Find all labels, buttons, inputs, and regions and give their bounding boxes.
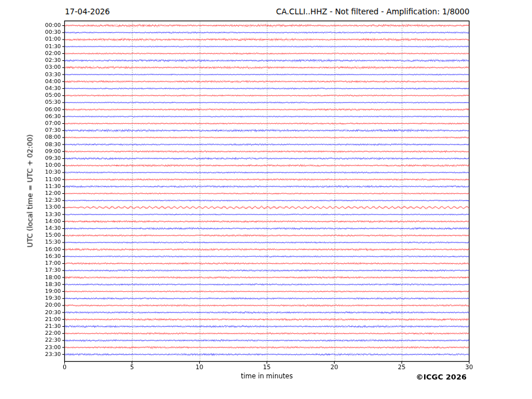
helicorder-plot-canvas (0, 0, 532, 399)
seismogram-figure: 17-04-2026 CA.CLLI..HHZ - Not filtered -… (0, 0, 532, 399)
x-axis-label: time in minutes (241, 372, 293, 380)
copyright-text: ©ICGC 2026 (416, 373, 467, 381)
y-axis-label: UTC (local time = UTC + 02:00) (26, 134, 34, 248)
